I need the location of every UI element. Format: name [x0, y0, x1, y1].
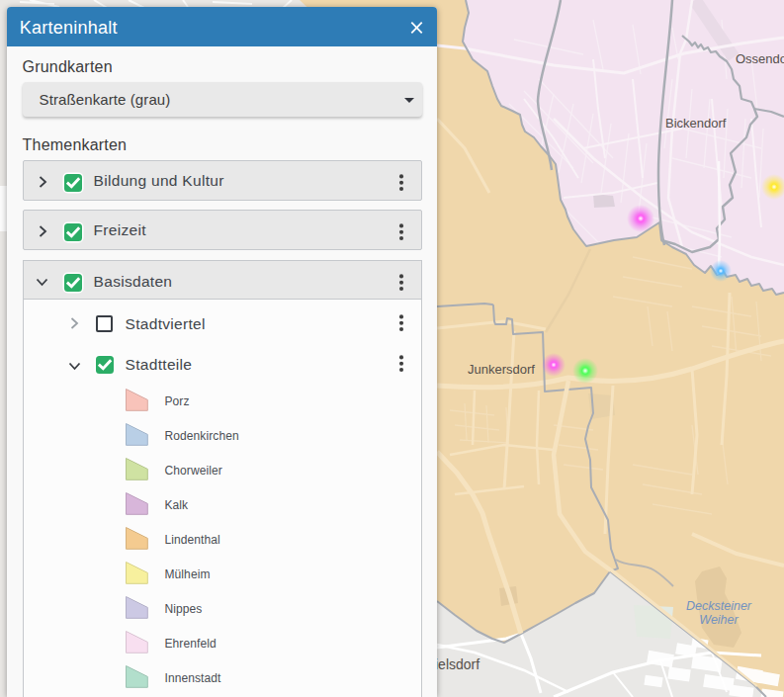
svg-text:Junkersdorf: Junkersdorf — [468, 362, 535, 377]
svg-text:Bickendorf: Bickendorf — [665, 116, 727, 131]
svg-text:Decksteiner: Decksteiner — [686, 599, 752, 613]
svg-text:Weiher: Weiher — [699, 613, 739, 627]
svg-text:ielsdorf: ielsdorf — [435, 656, 479, 672]
svg-text:Ossendorf: Ossendorf — [736, 51, 784, 66]
